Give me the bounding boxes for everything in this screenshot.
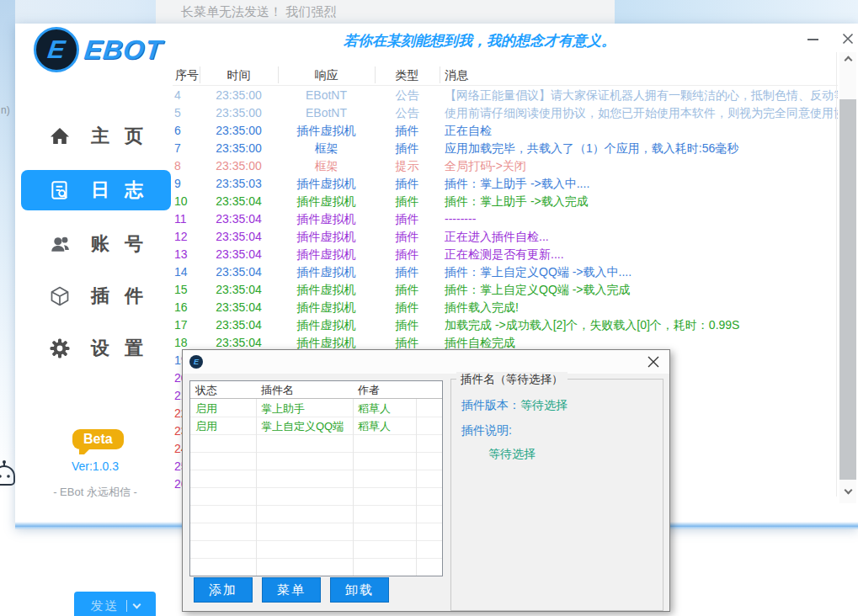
log-cell-type: 插件 — [375, 122, 440, 140]
log-row[interactable]: 1323:35:04插件虚拟机插件正在检测是否有更新.... — [173, 246, 838, 263]
plugin-version-line: 插件版本：等待选择 — [461, 398, 568, 413]
log-header-num: 序号 — [173, 64, 200, 85]
log-cell-num: 12 — [173, 228, 200, 246]
log-row[interactable]: 723:35:00框架插件应用加载完毕，共载入了（1）个应用，载入耗时:56毫秒 — [173, 140, 838, 157]
log-row[interactable]: 823:35:00框架提示全局打码->关闭 — [173, 157, 838, 175]
log-cell-type: 公告 — [375, 104, 440, 122]
log-row[interactable]: 523:35:00EBotNT公告使用前请仔细阅读使用协议，如您已开始使用本软件… — [173, 104, 838, 122]
log-cell-msg: -------- — [440, 210, 838, 228]
log-cell-msg: 插件：掌上自定义QQ端 ->载入中.... — [440, 263, 838, 281]
log-row[interactable]: 1423:35:04插件虚拟机插件插件：掌上自定义QQ端 ->载入中.... — [173, 263, 838, 281]
unload-plugin-button[interactable]: 卸载 — [330, 577, 389, 603]
log-row[interactable]: 1523:35:04插件虚拟机插件插件：掌上自定义QQ端 ->载入完成 — [173, 281, 838, 299]
log-row[interactable]: 1023:35:04插件虚拟机插件插件：掌上助手 ->载入完成 — [173, 193, 838, 210]
header-separator — [200, 66, 200, 83]
plugin-header-author: 作者 — [353, 381, 416, 398]
plugin-version-label: 插件版本： — [461, 398, 520, 412]
log-cell-type: 插件 — [375, 140, 440, 157]
app-logo: E EBOT — [34, 27, 163, 72]
log-cell-msg: 【网络正能量倡议】请大家保证机器人拥有一颗纯洁的心，抵制色情、反动等违法言论 — [440, 87, 838, 104]
log-cell-time: 23:35:04 — [200, 263, 278, 281]
log-row[interactable]: 1723:35:04插件虚拟机插件加载完成 ->成功载入[2]个，失败载入[0]… — [173, 316, 838, 334]
version-text: Ver:1.0.3 — [15, 459, 175, 473]
log-cell-num: 17 — [173, 316, 200, 334]
sidebar-item-label: 主 页 — [91, 124, 148, 149]
plugin-desc-label: 插件说明: — [461, 423, 512, 438]
log-cell-type: 插件 — [375, 193, 440, 210]
log-cell-type: 插件 — [375, 281, 440, 299]
plugin-version-value: 等待选择 — [520, 398, 568, 412]
desktop-left-strip — [0, 0, 15, 616]
log-cell-num: 6 — [173, 122, 200, 140]
log-cell-time: 23:35:00 — [200, 122, 278, 140]
log-cell-num: 16 — [173, 299, 200, 316]
log-cell-resp: 插件虚拟机 — [278, 246, 375, 263]
logo-letter: E — [46, 35, 67, 64]
dialog-titlebar[interactable]: E — [183, 350, 669, 374]
log-cell-resp: 插件虚拟机 — [278, 175, 375, 193]
scrollbar-thumb[interactable] — [839, 99, 856, 480]
content-scrollbar-divider — [836, 52, 837, 497]
close-icon[interactable] — [842, 33, 854, 45]
sidebar-item-home[interactable]: 主 页 — [21, 116, 171, 157]
log-cell-num: 8 — [173, 157, 200, 175]
send-button[interactable]: 发送 — [74, 592, 156, 616]
logo-circle-icon: E — [34, 27, 79, 72]
background-notification: 长菜单无法发送！ 我们强烈 — [156, 0, 615, 24]
scroll-up-icon[interactable] — [839, 52, 856, 66]
log-cell-resp: 插件虚拟机 — [278, 299, 375, 316]
dialog-close-icon[interactable] — [647, 356, 659, 368]
log-cell-msg: 加载完成 ->成功载入[2]个，失败载入[0]个，耗时：0.99S — [440, 316, 838, 334]
sidebar-item-label: 日 志 — [91, 178, 148, 203]
plugin-manager-dialog: E 状态 插件名 作者 启用掌上助手稻草人启用掌上自定义QQ端稻草人 插件名（等… — [182, 349, 670, 612]
sidebar-item-log[interactable]: 日 志 — [21, 170, 171, 210]
log-cell-resp: 插件虚拟机 — [278, 122, 375, 140]
log-cell-msg: 正在检测是否有更新.... — [440, 246, 838, 263]
vertical-scrollbar[interactable] — [839, 52, 856, 503]
plugin-row[interactable]: 启用掌上助手稻草人 — [190, 400, 442, 417]
log-cell-time: 23:35:00 — [200, 157, 278, 175]
log-table-header: 序号 时间 响应 类型 消息 — [173, 64, 838, 86]
sidebar-item-settings[interactable]: 设 置 — [21, 328, 171, 369]
background-notification-text: 长菜单无法发送！ 我们强烈 — [181, 0, 336, 23]
log-cell-type: 插件 — [375, 228, 440, 246]
log-row[interactable]: 1223:35:04插件虚拟机插件正在进入插件自检... — [173, 228, 838, 246]
chevron-down-icon[interactable] — [132, 600, 141, 608]
log-cell-msg: 插件：掌上自定义QQ端 ->载入完成 — [440, 281, 838, 299]
log-row[interactable]: 623:35:00插件虚拟机插件正在自检 — [173, 122, 838, 140]
log-cell-time: 23:35:04 — [200, 210, 278, 228]
sidebar-item-plugins[interactable]: 插 件 — [21, 276, 171, 316]
log-row[interactable]: 1623:35:04插件虚拟机插件插件载入完成! — [173, 299, 838, 316]
log-cell-num: 5 — [173, 104, 200, 122]
plugin-list: 状态 插件名 作者 启用掌上助手稻草人启用掌上自定义QQ端稻草人 — [189, 380, 443, 576]
log-cell-resp: 框架 — [278, 157, 375, 175]
log-cell-time: 23:35:04 — [200, 299, 278, 316]
log-cell-msg: 正在进入插件自检... — [440, 228, 838, 246]
log-cell-resp: 插件虚拟机 — [278, 193, 375, 210]
plugin-cell-status: 启用 — [190, 417, 256, 435]
scroll-down-icon[interactable] — [839, 485, 856, 498]
plugin-desc-value: 等待选择 — [488, 447, 536, 462]
log-row[interactable]: 423:35:00EBotNT公告【网络正能量倡议】请大家保证机器人拥有一颗纯洁… — [173, 87, 838, 104]
log-cell-time: 23:35:04 — [200, 281, 278, 299]
log-cell-type: 插件 — [375, 175, 440, 193]
plugin-cell-status: 启用 — [190, 400, 256, 417]
log-cell-msg: 插件：掌上助手 ->载入中.... — [440, 175, 838, 193]
log-cell-time: 23:35:04 — [200, 246, 278, 263]
log-cell-msg: 使用前请仔细阅读使用协议，如您已开始使用本软件，则视为完全同意使用协议的规定 — [440, 104, 838, 122]
log-row[interactable]: 923:35:03插件虚拟机插件插件：掌上助手 ->载入中.... — [173, 175, 838, 193]
menu-plugin-button[interactable]: 菜单 — [262, 577, 321, 603]
plugin-row[interactable]: 启用掌上自定义QQ端稻草人 — [190, 417, 442, 435]
minimize-icon[interactable] — [807, 39, 818, 40]
dialog-icon-letter: E — [194, 358, 199, 366]
add-plugin-button[interactable]: 添加 — [194, 577, 253, 603]
log-cell-msg: 插件载入完成! — [440, 299, 838, 316]
log-row[interactable]: 1123:35:04插件虚拟机插件-------- — [173, 210, 838, 228]
log-cell-time: 23:35:04 — [200, 228, 278, 246]
log-cell-resp: 插件虚拟机 — [278, 316, 375, 334]
plugin-list-rows: 启用掌上助手稻草人启用掌上自定义QQ端稻草人 — [190, 400, 442, 435]
background-partial-text: n) — [1, 104, 10, 116]
log-cell-time: 23:35:03 — [200, 175, 278, 193]
log-cell-type: 插件 — [375, 246, 440, 263]
sidebar-item-accounts[interactable]: 账 号 — [21, 224, 171, 264]
